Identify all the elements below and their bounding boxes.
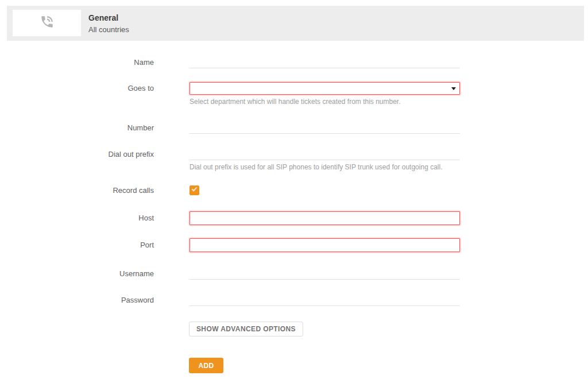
show-advanced-options-button[interactable]: SHOW ADVANCED OPTIONS xyxy=(189,322,303,336)
add-button[interactable]: ADD xyxy=(189,358,223,373)
phone-in-talk-icon xyxy=(40,14,55,32)
number-input[interactable] xyxy=(189,123,460,134)
name-input[interactable] xyxy=(189,58,460,68)
checkmark-icon xyxy=(192,186,198,192)
channel-icon-box xyxy=(13,10,81,36)
record-calls-label: Record calls xyxy=(0,185,154,195)
goes-to-select[interactable] xyxy=(189,82,460,95)
dial-out-prefix-helper-text: Dial out prefix is used for all SIP phon… xyxy=(189,163,460,171)
chevron-down-icon xyxy=(451,87,456,90)
record-calls-checkbox[interactable] xyxy=(189,185,199,195)
page-title: General xyxy=(88,13,129,22)
goes-to-label: Goes to xyxy=(0,82,154,95)
password-input[interactable] xyxy=(189,296,460,306)
password-label: Password xyxy=(0,295,154,305)
dial-out-prefix-label: Dial out prefix xyxy=(0,149,154,160)
number-label: Number xyxy=(0,123,154,133)
username-input[interactable] xyxy=(189,269,460,280)
host-label: Host xyxy=(0,211,154,225)
dial-out-prefix-input[interactable] xyxy=(189,150,460,160)
page-subtitle: All countries xyxy=(88,25,129,34)
goes-to-helper-text: Select department which will handle tick… xyxy=(189,98,460,106)
username-label: Username xyxy=(0,269,154,279)
name-label: Name xyxy=(0,57,154,68)
host-input[interactable] xyxy=(189,211,460,225)
port-label: Port xyxy=(0,238,154,252)
header-card: General All countries xyxy=(7,6,584,41)
port-input[interactable] xyxy=(189,238,460,252)
